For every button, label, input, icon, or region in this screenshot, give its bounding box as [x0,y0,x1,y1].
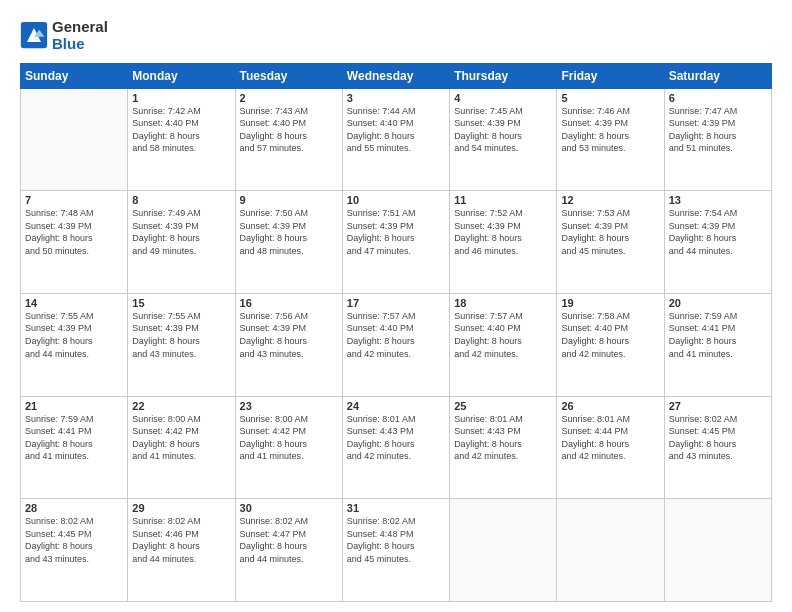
generalblue-icon [20,21,48,49]
day-info: Sunrise: 7:45 AMSunset: 4:39 PMDaylight:… [454,105,552,155]
day-number: 2 [240,92,338,104]
weekday-header-thursday: Thursday [450,63,557,88]
calendar-cell: 1Sunrise: 7:42 AMSunset: 4:40 PMDaylight… [128,88,235,191]
day-number: 10 [347,194,445,206]
day-info: Sunrise: 8:02 AMSunset: 4:48 PMDaylight:… [347,515,445,565]
calendar-cell: 2Sunrise: 7:43 AMSunset: 4:40 PMDaylight… [235,88,342,191]
calendar-table: SundayMondayTuesdayWednesdayThursdayFrid… [20,63,772,603]
calendar-cell: 28Sunrise: 8:02 AMSunset: 4:45 PMDayligh… [21,499,128,602]
day-number: 12 [561,194,659,206]
day-number: 14 [25,297,123,309]
day-number: 4 [454,92,552,104]
weekday-header-wednesday: Wednesday [342,63,449,88]
day-number: 15 [132,297,230,309]
calendar-cell: 20Sunrise: 7:59 AMSunset: 4:41 PMDayligh… [664,293,771,396]
day-number: 28 [25,502,123,514]
weekday-header-friday: Friday [557,63,664,88]
calendar-cell: 16Sunrise: 7:56 AMSunset: 4:39 PMDayligh… [235,293,342,396]
calendar-cell: 29Sunrise: 8:02 AMSunset: 4:46 PMDayligh… [128,499,235,602]
day-info: Sunrise: 8:02 AMSunset: 4:45 PMDaylight:… [669,413,767,463]
calendar-cell [664,499,771,602]
day-info: Sunrise: 7:59 AMSunset: 4:41 PMDaylight:… [669,310,767,360]
day-number: 24 [347,400,445,412]
day-number: 9 [240,194,338,206]
day-number: 25 [454,400,552,412]
day-number: 21 [25,400,123,412]
calendar-cell: 22Sunrise: 8:00 AMSunset: 4:42 PMDayligh… [128,396,235,499]
day-info: Sunrise: 7:55 AMSunset: 4:39 PMDaylight:… [132,310,230,360]
day-info: Sunrise: 7:57 AMSunset: 4:40 PMDaylight:… [454,310,552,360]
calendar-cell [21,88,128,191]
day-info: Sunrise: 7:44 AMSunset: 4:40 PMDaylight:… [347,105,445,155]
day-info: Sunrise: 7:54 AMSunset: 4:39 PMDaylight:… [669,207,767,257]
weekday-header-sunday: Sunday [21,63,128,88]
day-info: Sunrise: 8:00 AMSunset: 4:42 PMDaylight:… [240,413,338,463]
day-info: Sunrise: 7:51 AMSunset: 4:39 PMDaylight:… [347,207,445,257]
day-number: 19 [561,297,659,309]
weekday-header-row: SundayMondayTuesdayWednesdayThursdayFrid… [21,63,772,88]
day-number: 29 [132,502,230,514]
weekday-header-monday: Monday [128,63,235,88]
calendar-cell: 8Sunrise: 7:49 AMSunset: 4:39 PMDaylight… [128,191,235,294]
day-info: Sunrise: 8:02 AMSunset: 4:45 PMDaylight:… [25,515,123,565]
day-info: Sunrise: 7:43 AMSunset: 4:40 PMDaylight:… [240,105,338,155]
calendar-cell [557,499,664,602]
day-number: 22 [132,400,230,412]
logo: General Blue [20,18,108,53]
week-row-4: 28Sunrise: 8:02 AMSunset: 4:45 PMDayligh… [21,499,772,602]
day-number: 1 [132,92,230,104]
day-info: Sunrise: 7:53 AMSunset: 4:39 PMDaylight:… [561,207,659,257]
day-number: 27 [669,400,767,412]
day-number: 20 [669,297,767,309]
calendar-cell [450,499,557,602]
calendar-cell: 21Sunrise: 7:59 AMSunset: 4:41 PMDayligh… [21,396,128,499]
logo-general: General [52,18,108,35]
weekday-header-saturday: Saturday [664,63,771,88]
day-info: Sunrise: 7:56 AMSunset: 4:39 PMDaylight:… [240,310,338,360]
calendar-cell: 26Sunrise: 8:01 AMSunset: 4:44 PMDayligh… [557,396,664,499]
calendar-cell: 12Sunrise: 7:53 AMSunset: 4:39 PMDayligh… [557,191,664,294]
day-number: 23 [240,400,338,412]
calendar-cell: 19Sunrise: 7:58 AMSunset: 4:40 PMDayligh… [557,293,664,396]
week-row-2: 14Sunrise: 7:55 AMSunset: 4:39 PMDayligh… [21,293,772,396]
day-info: Sunrise: 7:46 AMSunset: 4:39 PMDaylight:… [561,105,659,155]
day-info: Sunrise: 8:01 AMSunset: 4:43 PMDaylight:… [347,413,445,463]
day-info: Sunrise: 7:42 AMSunset: 4:40 PMDaylight:… [132,105,230,155]
week-row-3: 21Sunrise: 7:59 AMSunset: 4:41 PMDayligh… [21,396,772,499]
calendar-cell: 14Sunrise: 7:55 AMSunset: 4:39 PMDayligh… [21,293,128,396]
day-number: 17 [347,297,445,309]
day-info: Sunrise: 7:55 AMSunset: 4:39 PMDaylight:… [25,310,123,360]
week-row-0: 1Sunrise: 7:42 AMSunset: 4:40 PMDaylight… [21,88,772,191]
page: General Blue SundayMondayTuesdayWednesda… [0,0,792,612]
calendar-cell: 13Sunrise: 7:54 AMSunset: 4:39 PMDayligh… [664,191,771,294]
day-number: 11 [454,194,552,206]
day-number: 8 [132,194,230,206]
day-number: 18 [454,297,552,309]
day-number: 31 [347,502,445,514]
calendar-cell: 27Sunrise: 8:02 AMSunset: 4:45 PMDayligh… [664,396,771,499]
day-info: Sunrise: 7:58 AMSunset: 4:40 PMDaylight:… [561,310,659,360]
calendar-cell: 18Sunrise: 7:57 AMSunset: 4:40 PMDayligh… [450,293,557,396]
calendar-cell: 24Sunrise: 8:01 AMSunset: 4:43 PMDayligh… [342,396,449,499]
calendar-cell: 25Sunrise: 8:01 AMSunset: 4:43 PMDayligh… [450,396,557,499]
day-number: 5 [561,92,659,104]
header: General Blue [20,18,772,53]
day-number: 6 [669,92,767,104]
day-info: Sunrise: 7:52 AMSunset: 4:39 PMDaylight:… [454,207,552,257]
day-info: Sunrise: 7:49 AMSunset: 4:39 PMDaylight:… [132,207,230,257]
week-row-1: 7Sunrise: 7:48 AMSunset: 4:39 PMDaylight… [21,191,772,294]
calendar-cell: 31Sunrise: 8:02 AMSunset: 4:48 PMDayligh… [342,499,449,602]
calendar-cell: 17Sunrise: 7:57 AMSunset: 4:40 PMDayligh… [342,293,449,396]
day-info: Sunrise: 7:48 AMSunset: 4:39 PMDaylight:… [25,207,123,257]
logo-blue: Blue [52,35,85,52]
day-info: Sunrise: 8:01 AMSunset: 4:43 PMDaylight:… [454,413,552,463]
day-info: Sunrise: 8:02 AMSunset: 4:46 PMDaylight:… [132,515,230,565]
calendar-cell: 11Sunrise: 7:52 AMSunset: 4:39 PMDayligh… [450,191,557,294]
day-number: 30 [240,502,338,514]
day-number: 3 [347,92,445,104]
day-info: Sunrise: 7:50 AMSunset: 4:39 PMDaylight:… [240,207,338,257]
calendar-cell: 4Sunrise: 7:45 AMSunset: 4:39 PMDaylight… [450,88,557,191]
day-info: Sunrise: 8:01 AMSunset: 4:44 PMDaylight:… [561,413,659,463]
logo-text: General Blue [52,18,108,53]
calendar-cell: 10Sunrise: 7:51 AMSunset: 4:39 PMDayligh… [342,191,449,294]
